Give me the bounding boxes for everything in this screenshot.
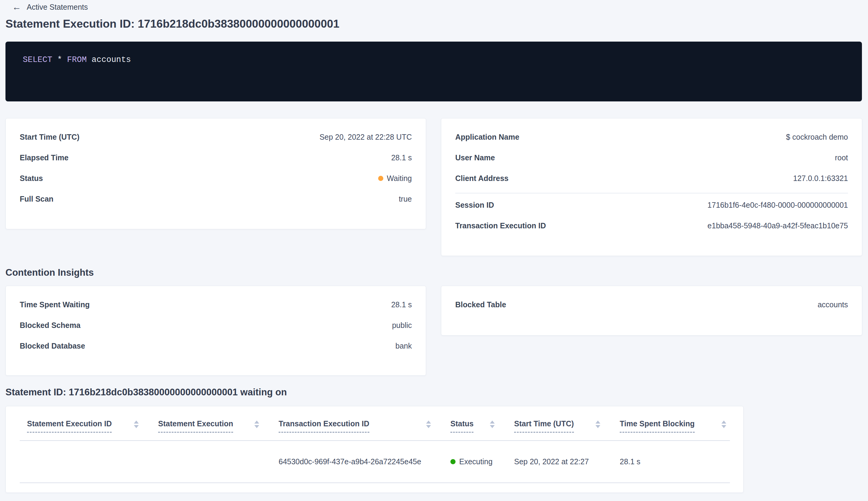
full-scan-value: true xyxy=(399,195,412,203)
column-header-statement-execution: Statement Execution xyxy=(151,406,271,440)
status-value: Executing xyxy=(459,457,492,466)
session-id-link[interactable]: 1716b1f6-4e0c-f480-0000-000000000001 xyxy=(707,201,848,210)
blocked-database-label: Blocked Database xyxy=(20,342,85,350)
column-header-label[interactable]: Statement Execution ID xyxy=(27,419,112,433)
contention-insights-heading: Contention Insights xyxy=(6,267,94,278)
sql-text: * xyxy=(52,55,67,64)
client-address-label: Client Address xyxy=(455,174,509,183)
session-id-row: Session ID 1716b1f6-4e0c-f480-0000-00000… xyxy=(441,195,862,215)
execution-details-card: Start Time (UTC) Sep 20, 2022 at 22:28 U… xyxy=(6,118,426,229)
column-header-label[interactable]: Time Spent Blocking xyxy=(620,419,695,433)
sort-arrows-icon[interactable] xyxy=(426,420,431,428)
sort-arrows-icon[interactable] xyxy=(490,420,495,428)
orange-dot-icon xyxy=(378,176,383,181)
application-name-label: Application Name xyxy=(455,133,519,141)
sql-keyword: SELECT xyxy=(23,55,52,64)
start-time-label: Start Time (UTC) xyxy=(20,133,79,141)
sql-keyword: FROM xyxy=(67,55,87,64)
blocked-schema-value: public xyxy=(392,321,412,330)
elapsed-time-label: Elapsed Time xyxy=(20,153,68,162)
overview-cards-row: Start Time (UTC) Sep 20, 2022 at 22:28 U… xyxy=(6,118,862,256)
status-badge: Waiting xyxy=(378,174,412,183)
blocked-table-card: Blocked Table accounts xyxy=(441,286,862,335)
back-label: Active Statements xyxy=(27,3,88,12)
blocked-table-value: accounts xyxy=(818,300,848,309)
back-link[interactable]: ← Active Statements xyxy=(12,2,88,12)
user-name-value: root xyxy=(835,153,848,162)
application-name-value: $ cockroach demo xyxy=(786,133,848,141)
cell-statement-execution-id xyxy=(20,440,151,483)
sort-arrows-icon[interactable] xyxy=(134,420,139,428)
table-row: 64530d0c-969f-437e-a9b4-26a72245e45e Exe… xyxy=(20,440,730,483)
session-details-card: Application Name $ cockroach demo User N… xyxy=(441,118,862,256)
sort-arrows-icon[interactable] xyxy=(595,420,600,428)
column-header-label[interactable]: Statement Execution xyxy=(158,419,233,433)
transaction-execution-id-label: Transaction Execution ID xyxy=(455,221,546,230)
application-name-row: Application Name $ cockroach demo xyxy=(441,127,862,147)
cell-start-time: Sep 20, 2022 at 22:27 xyxy=(507,440,612,483)
client-address-row: Client Address 127.0.0.1:63321 xyxy=(441,168,862,189)
blocked-table-label: Blocked Table xyxy=(455,300,506,309)
column-header-label[interactable]: Transaction Execution ID xyxy=(279,419,369,433)
sort-arrows-icon[interactable] xyxy=(254,420,259,428)
column-header-transaction-execution-id: Transaction Execution ID xyxy=(271,406,443,440)
status-value: Waiting xyxy=(387,174,412,183)
sort-arrows-icon[interactable] xyxy=(721,420,726,428)
session-id-label: Session ID xyxy=(455,201,494,210)
transaction-execution-id-row: Transaction Execution ID e1bba458-5948-4… xyxy=(441,215,862,236)
blocked-database-value: bank xyxy=(395,342,412,350)
cell-status: Executing xyxy=(443,440,507,483)
arrow-left-icon: ← xyxy=(12,2,21,12)
status-badge: Executing xyxy=(451,457,492,466)
waiting-statements-table: Statement Execution ID Statement Executi… xyxy=(20,406,730,483)
sql-text: accounts xyxy=(87,55,131,64)
blocked-schema-row: Blocked Schema public xyxy=(6,315,426,335)
elapsed-time-value: 28.1 s xyxy=(391,153,412,162)
elapsed-time-row: Elapsed Time 28.1 s xyxy=(6,147,426,168)
column-header-status: Status xyxy=(443,406,507,440)
status-label: Status xyxy=(20,174,43,183)
column-header-time-spent-blocking: Time Spent Blocking xyxy=(612,406,730,440)
cell-transaction-execution-id: 64530d0c-969f-437e-a9b4-26a72245e45e xyxy=(271,440,443,483)
full-scan-row: Full Scan true xyxy=(6,189,426,209)
time-spent-waiting-row: Time Spent Waiting 28.1 s xyxy=(6,294,426,315)
card-divider xyxy=(455,193,848,193)
blocked-schema-label: Blocked Schema xyxy=(20,321,80,330)
waiting-on-heading: Statement ID: 1716b218dc0b38380000000000… xyxy=(6,387,287,398)
column-header-statement-execution-id: Statement Execution ID xyxy=(20,406,151,440)
page-title: Statement Execution ID: 1716b218dc0b3838… xyxy=(6,18,339,30)
time-spent-waiting-label: Time Spent Waiting xyxy=(20,300,90,309)
transaction-execution-id-link[interactable]: e1bba458-5948-40a9-a42f-5feac1b10e75 xyxy=(707,221,848,230)
contention-details-card: Time Spent Waiting 28.1 s Blocked Schema… xyxy=(6,286,426,376)
client-address-value: 127.0.0.1:63321 xyxy=(793,174,848,183)
table-header-row: Statement Execution ID Statement Executi… xyxy=(20,406,730,440)
user-name-label: User Name xyxy=(455,153,495,162)
column-header-start-time: Start Time (UTC) xyxy=(507,406,612,440)
green-dot-icon xyxy=(451,459,456,464)
contention-cards-row: Time Spent Waiting 28.1 s Blocked Schema… xyxy=(6,286,862,376)
status-row: Status Waiting xyxy=(6,168,426,189)
full-scan-label: Full Scan xyxy=(20,195,53,203)
user-name-row: User Name root xyxy=(441,147,862,168)
blocked-database-row: Blocked Database bank xyxy=(6,335,426,356)
start-time-row: Start Time (UTC) Sep 20, 2022 at 22:28 U… xyxy=(6,127,426,147)
waiting-statements-card: Statement Execution ID Statement Executi… xyxy=(6,406,744,493)
cell-statement-execution xyxy=(151,440,271,483)
column-header-label[interactable]: Start Time (UTC) xyxy=(514,419,574,433)
blocked-table-row: Blocked Table accounts xyxy=(441,294,862,315)
column-header-label[interactable]: Status xyxy=(451,419,474,433)
cell-time-spent-blocking: 28.1 s xyxy=(612,440,730,483)
sql-query-box: SELECT * FROM accounts xyxy=(6,42,862,102)
start-time-value: Sep 20, 2022 at 22:28 UTC xyxy=(319,133,412,141)
time-spent-waiting-value: 28.1 s xyxy=(391,300,412,309)
